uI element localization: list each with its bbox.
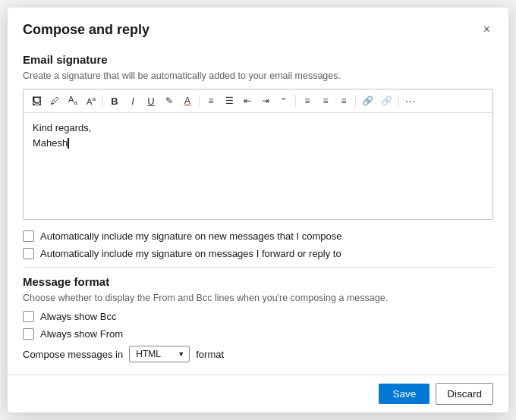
always-show-bcc-checkbox[interactable] xyxy=(23,311,34,322)
justify-icon: ≡ xyxy=(341,96,346,106)
toolbar-separator-5 xyxy=(398,95,399,107)
section-divider xyxy=(23,267,493,268)
always-show-from-row: Always show From xyxy=(23,328,493,340)
format-painter-button[interactable]: 🖊 xyxy=(46,92,63,109)
font-size-increase-icon: Aa xyxy=(87,96,96,106)
forward-reply-label[interactable]: Automatically include my signature on me… xyxy=(40,248,341,259)
align-center-button[interactable]: ≡ xyxy=(299,92,316,109)
always-show-from-checkbox[interactable] xyxy=(23,328,34,340)
align-left-icon: ≡ xyxy=(208,96,213,106)
indent-decrease-button[interactable]: ⇤ xyxy=(239,92,256,109)
remove-link-button[interactable]: 🔗 xyxy=(378,92,395,109)
text-cursor xyxy=(68,138,69,149)
message-format-desc: Choose whether to display the From and B… xyxy=(23,293,493,303)
font-color-icon: A xyxy=(184,96,190,106)
dialog-header: Compose and reply × xyxy=(8,8,508,47)
underline-button[interactable]: U xyxy=(143,92,159,109)
remove-link-icon: 🔗 xyxy=(381,96,392,106)
always-show-bcc-row: Always show Bcc xyxy=(23,311,493,322)
toolbar-separator-3 xyxy=(295,95,296,107)
font-size-decrease-icon: Aa xyxy=(68,95,77,106)
more-options-icon: ··· xyxy=(405,95,417,107)
signature-editor-content[interactable]: Kind regards, Mahesh xyxy=(24,113,492,219)
compose-format-value: HTML xyxy=(136,349,161,359)
toolbar-separator-2 xyxy=(199,95,200,107)
compose-reply-dialog: Compose and reply × Email signature Crea… xyxy=(8,8,508,412)
toolbar-separator-1 xyxy=(102,95,103,107)
insert-link-button[interactable]: 🔗 xyxy=(359,92,376,109)
align-right-icon: ≡ xyxy=(322,96,328,106)
signature-line-2: Mahesh xyxy=(33,136,483,151)
email-signature-title: Email signature xyxy=(23,53,493,66)
bullets-button[interactable]: ☰ xyxy=(221,92,238,109)
editor-toolbar: ⛾ 🖊 Aa Aa xyxy=(24,89,492,113)
signature-line-1: Kind regards, xyxy=(33,121,483,136)
signature-editor[interactable]: ⛾ 🖊 Aa Aa xyxy=(23,89,493,220)
align-right-button[interactable]: ≡ xyxy=(317,92,334,109)
italic-icon: I xyxy=(131,96,134,107)
italic-button[interactable]: I xyxy=(124,92,141,109)
dialog-body: Email signature Create a signature that … xyxy=(8,47,508,375)
save-button[interactable]: Save xyxy=(379,384,429,404)
font-size-increase-button[interactable]: Aa xyxy=(83,92,99,109)
always-show-from-label[interactable]: Always show From xyxy=(40,328,123,340)
new-messages-label[interactable]: Automatically include my signature on ne… xyxy=(40,230,341,242)
insert-link-icon: 🔗 xyxy=(362,96,373,106)
email-signature-section: Email signature Create a signature that … xyxy=(23,53,493,259)
forward-reply-checkbox[interactable] xyxy=(23,248,34,259)
close-button[interactable]: × xyxy=(480,20,493,39)
dialog-footer: Save Discard xyxy=(8,375,508,412)
new-messages-checkbox[interactable] xyxy=(23,230,34,242)
new-messages-checkbox-row: Automatically include my signature on ne… xyxy=(23,230,493,242)
compose-in-row: Compose messages in HTML ▼ format xyxy=(23,346,493,362)
dialog-title: Compose and reply xyxy=(23,22,149,38)
align-center-icon: ≡ xyxy=(304,96,310,106)
font-size-decrease-button[interactable]: Aa xyxy=(64,92,81,109)
format-painter-icon: 🖊 xyxy=(50,96,59,106)
toolbar-separator-4 xyxy=(355,95,356,107)
more-options-button[interactable]: ··· xyxy=(402,92,420,109)
quote-button[interactable]: " xyxy=(275,92,292,109)
compose-format-suffix: format xyxy=(196,349,224,360)
highlight-icon: ✎ xyxy=(165,96,173,106)
indent-increase-button[interactable]: ⇥ xyxy=(257,92,274,109)
always-show-bcc-label[interactable]: Always show Bcc xyxy=(40,311,116,322)
message-format-title: Message format xyxy=(23,275,493,288)
insert-image-button[interactable]: ⛾ xyxy=(28,92,45,109)
align-left-button[interactable]: ≡ xyxy=(203,92,219,109)
indent-decrease-icon: ⇤ xyxy=(244,96,251,106)
bullets-icon: ☰ xyxy=(225,96,234,106)
forward-reply-checkbox-row: Automatically include my signature on me… xyxy=(23,248,493,259)
insert-image-icon: ⛾ xyxy=(32,96,42,107)
bold-button[interactable]: B xyxy=(106,92,123,109)
dropdown-chevron-icon: ▼ xyxy=(178,350,184,358)
indent-increase-icon: ⇥ xyxy=(262,96,269,106)
bold-icon: B xyxy=(111,96,118,107)
justify-button[interactable]: ≡ xyxy=(335,92,352,109)
underline-icon: U xyxy=(147,96,154,107)
quote-icon: " xyxy=(282,96,286,107)
close-icon: × xyxy=(483,23,490,36)
email-signature-desc: Create a signature that will be automati… xyxy=(23,71,493,81)
compose-in-label: Compose messages in xyxy=(23,349,123,360)
highlight-button[interactable]: ✎ xyxy=(161,92,178,109)
compose-format-dropdown[interactable]: HTML ▼ xyxy=(129,346,190,362)
font-color-button[interactable]: A xyxy=(179,92,196,109)
discard-button[interactable]: Discard xyxy=(436,383,493,405)
message-format-section: Message format Choose whether to display… xyxy=(23,275,493,362)
